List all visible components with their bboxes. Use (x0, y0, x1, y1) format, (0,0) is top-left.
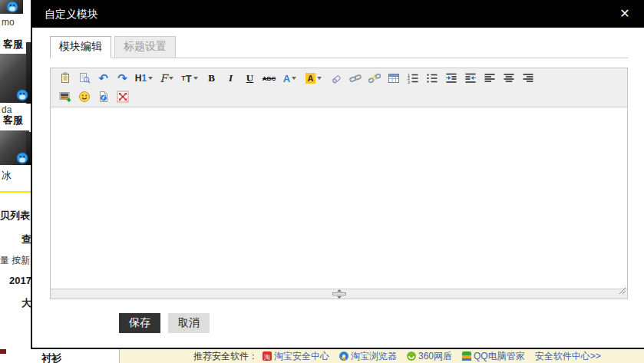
resize-handle[interactable] (329, 289, 349, 299)
underline-button[interactable]: U (240, 71, 259, 87)
product-category-label[interactable]: 衬衫 (41, 351, 61, 363)
editor-resize-bar (51, 289, 627, 299)
source-edit-icon[interactable] (55, 71, 74, 87)
fullscreen-icon[interactable] (113, 89, 132, 105)
outdent-icon[interactable] (461, 71, 480, 87)
font-family-dropdown[interactable]: F (156, 71, 177, 87)
bold-button[interactable]: B (202, 71, 221, 87)
eraser-icon[interactable] (326, 71, 345, 87)
contact-name: 冰 (2, 169, 12, 183)
redo-icon[interactable]: ↷ (113, 71, 132, 87)
custom-module-dialog: 自定义模块 ✕ 模块编辑 标题设置 ↶ ↷ H1 F TT B I U (31, 0, 644, 349)
font-size-dropdown[interactable]: TT (177, 71, 202, 87)
ordered-list-icon[interactable]: 123 (403, 71, 422, 87)
chevron-down-icon (169, 77, 173, 80)
link-360-shield[interactable]: 360网盾 (407, 350, 452, 363)
contact-service-label: 客服 (3, 114, 23, 127)
link-icon[interactable] (345, 71, 365, 87)
contact-service-label: 客服 (3, 38, 23, 51)
chevron-down-icon (148, 77, 153, 80)
link-taobao-browser[interactable]: 淘宝浏览器 (339, 350, 397, 363)
indent-icon[interactable] (441, 71, 461, 87)
qq-chat-icon[interactable] (16, 89, 28, 101)
heading-dropdown[interactable]: H1 (132, 71, 156, 87)
dialog-titlebar: 自定义模块 ✕ (32, 0, 644, 28)
close-icon[interactable]: ✕ (618, 7, 632, 21)
tab-title-settings[interactable]: 标题设置 (114, 36, 176, 58)
editor-content-area[interactable] (51, 107, 627, 289)
insert-image-icon[interactable] (55, 89, 74, 105)
sidebar-divider (0, 191, 31, 193)
taobao-security-icon: 淘 (263, 351, 272, 361)
dialog-title: 自定义模块 (45, 0, 98, 28)
toolbar-row-1: ↶ ↷ H1 F TT B I U ABC A A 123 (52, 69, 626, 87)
unordered-list-icon[interactable] (422, 71, 441, 87)
link-taobao-security[interactable]: 淘 淘宝安全中心 (263, 350, 329, 363)
qq-chat-icon[interactable] (16, 152, 28, 164)
undo-icon[interactable]: ↶ (94, 71, 113, 87)
italic-button[interactable]: I (221, 71, 240, 87)
sort-options[interactable]: 量 按新 (0, 254, 30, 267)
dialog-buttons: 保存 取消 (119, 313, 210, 333)
dialog-tabs: 模块编辑 标题设置 (50, 38, 628, 58)
chevron-down-icon (317, 77, 322, 80)
svg-text:淘: 淘 (264, 354, 270, 361)
preview-icon[interactable] (74, 71, 94, 87)
flash-media-icon[interactable] (94, 89, 113, 105)
footer-chip (0, 349, 6, 354)
security-bar-label: 推荐安全软件： (193, 350, 258, 363)
qq-pc-manager-icon (462, 351, 471, 361)
rich-text-editor: ↶ ↷ H1 F TT B I U ABC A A 123 (50, 68, 628, 299)
strikethrough-button[interactable]: ABC (259, 71, 279, 87)
editor-toolbar: ↶ ↷ H1 F TT B I U ABC A A 123 (51, 68, 627, 107)
taobao-browser-icon (339, 351, 348, 361)
contact-name: mo (2, 17, 15, 28)
align-center-icon[interactable] (499, 71, 518, 87)
font-color-dropdown[interactable]: A (279, 71, 301, 87)
insert-table-icon[interactable] (384, 71, 403, 87)
year-label: 2017 (9, 275, 31, 286)
highlight-color-dropdown[interactable]: A (301, 71, 326, 87)
product-list-header: 贝列表 (0, 209, 30, 223)
chevron-down-icon (193, 77, 198, 80)
emoticon-icon[interactable] (74, 89, 94, 105)
cancel-button[interactable]: 取消 (168, 313, 210, 333)
360-shield-icon (407, 351, 416, 361)
align-left-icon[interactable] (480, 71, 499, 87)
svg-text:3: 3 (408, 80, 410, 84)
save-button[interactable]: 保存 (119, 313, 160, 333)
page: mo 客服 da 客服 冰 贝列表 查 量 按新 2017 大 衬衫 推荐安全软… (0, 0, 644, 363)
link-security-center[interactable]: 安全软件中心>> (535, 350, 601, 363)
qq-chat-icon[interactable] (6, 1, 18, 13)
resize-grip-icon[interactable] (619, 284, 626, 298)
unlink-icon[interactable] (365, 71, 384, 87)
tab-module-edit[interactable]: 模块编辑 (50, 36, 111, 58)
toolbar-row-2 (52, 87, 626, 106)
align-right-icon[interactable] (518, 71, 537, 87)
link-qq-pc-manager[interactable]: QQ电脑管家 (462, 350, 525, 363)
chevron-down-icon (292, 77, 296, 80)
security-software-bar: 推荐安全软件： 淘 淘宝安全中心 淘宝浏览器 360网盾 QQ电脑管家 安全软件… (120, 349, 644, 363)
